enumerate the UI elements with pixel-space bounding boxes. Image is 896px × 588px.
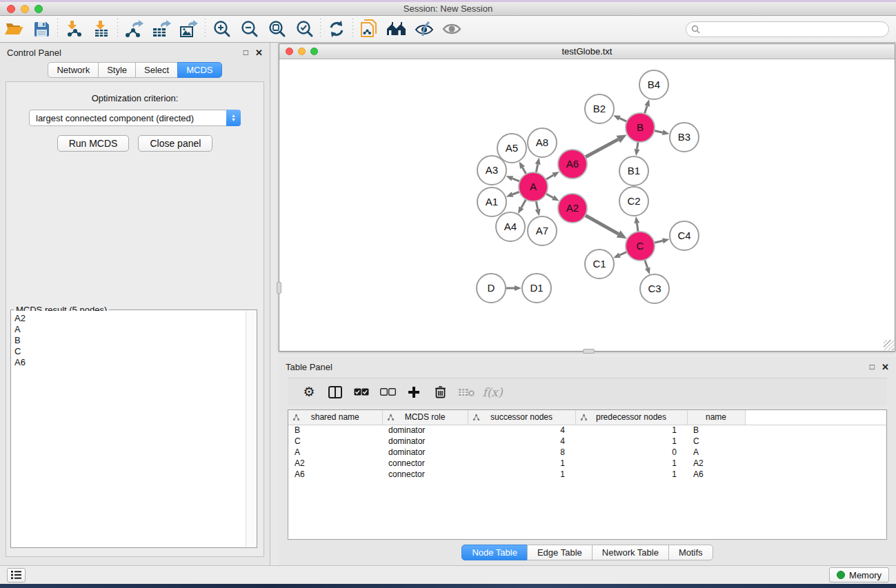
table-row[interactable]: A6connector11A6: [288, 469, 886, 480]
graph-edge[interactable]: [512, 179, 520, 181]
graph-edge[interactable]: [536, 164, 537, 172]
column-header-name[interactable]: name: [687, 410, 745, 425]
splitter-handle-left[interactable]: [277, 282, 281, 294]
zoom-selected-icon[interactable]: [290, 17, 318, 41]
settings-gear-icon[interactable]: ⚙: [297, 382, 321, 403]
graph-node-B[interactable]: B: [626, 113, 655, 142]
network-window-titlebar[interactable]: testGlobe.txt: [279, 44, 895, 59]
table-row[interactable]: Cdominator41C: [288, 436, 886, 447]
zoom-in-icon[interactable]: [208, 17, 235, 41]
graph-edge[interactable]: [585, 139, 618, 157]
graph-edge[interactable]: [637, 223, 638, 232]
graph-edge[interactable]: [521, 199, 526, 207]
graph-node-A2[interactable]: A2: [558, 194, 587, 223]
result-list-item[interactable]: B: [14, 335, 246, 346]
graph-node-A1[interactable]: A1: [477, 187, 506, 216]
home-icon[interactable]: [383, 17, 410, 41]
graph-node-A[interactable]: A: [519, 172, 548, 201]
export-network-icon[interactable]: [120, 17, 148, 41]
refresh-icon[interactable]: [323, 17, 350, 41]
graph-node-C3[interactable]: C3: [640, 274, 669, 303]
float-panel-icon[interactable]: □: [243, 48, 248, 57]
network-canvas[interactable]: AA1A2A3A4A5A6A7A8BB1B2B3B4CC1C2C3C4DD1: [279, 59, 895, 351]
delete-table-icon[interactable]: [455, 382, 478, 403]
table-row[interactable]: Bdominator41B: [288, 425, 886, 436]
graph-node-C4[interactable]: C4: [670, 221, 699, 250]
memory-button[interactable]: Memory: [829, 567, 889, 582]
splitter-handle-bottom[interactable]: [583, 349, 595, 354]
graph-edge[interactable]: [644, 105, 647, 114]
graph-edge[interactable]: [655, 130, 663, 132]
result-list-item[interactable]: A6: [14, 357, 246, 368]
result-list-item[interactable]: C: [14, 346, 246, 357]
float-table-panel-icon[interactable]: □: [870, 363, 875, 371]
graph-edge[interactable]: [619, 252, 627, 255]
tab-motifs[interactable]: Motifs: [668, 545, 713, 560]
graph-node-A3[interactable]: A3: [477, 156, 506, 185]
open-session-icon[interactable]: [0, 17, 28, 41]
save-session-icon[interactable]: [28, 17, 55, 41]
graph-node-C2[interactable]: C2: [619, 187, 648, 216]
tab-network-table[interactable]: Network Table: [592, 545, 669, 560]
zoom-out-icon[interactable]: [235, 17, 263, 41]
graph-edge[interactable]: [619, 118, 627, 121]
close-panel-button[interactable]: Close panel: [138, 135, 212, 152]
table-row[interactable]: Adominator80A: [288, 447, 886, 458]
graph-node-B3[interactable]: B3: [670, 123, 699, 152]
graph-node-D[interactable]: D: [477, 274, 506, 303]
tab-mcds[interactable]: MCDS: [177, 62, 221, 78]
graph-edge[interactable]: [546, 194, 552, 198]
import-table-icon[interactable]: [88, 17, 115, 41]
graph-edge[interactable]: [645, 260, 648, 268]
graph-edge[interactable]: [654, 241, 662, 243]
graph-node-A6[interactable]: A6: [558, 150, 587, 179]
graph-node-A4[interactable]: A4: [496, 212, 525, 241]
zoom-fit-icon[interactable]: [263, 17, 290, 41]
add-column-icon[interactable]: [402, 382, 426, 403]
graph-edge[interactable]: [512, 192, 519, 194]
graph-edge[interactable]: [585, 215, 618, 234]
resize-grip-icon[interactable]: [884, 340, 894, 350]
tab-network[interactable]: Network: [48, 62, 99, 78]
close-table-panel-icon[interactable]: ✕: [882, 363, 889, 372]
result-list-item[interactable]: A: [14, 324, 246, 335]
select-all-checkboxes-icon[interactable]: [350, 382, 373, 403]
graph-node-C[interactable]: C: [626, 232, 655, 261]
export-image-icon[interactable]: [175, 17, 203, 41]
column-header-mcds-role[interactable]: MCDS role: [382, 410, 468, 425]
tab-node-table[interactable]: Node Table: [461, 545, 528, 560]
column-header-predecessor-nodes[interactable]: predecessor nodes: [575, 410, 687, 425]
export-table-icon[interactable]: [148, 17, 175, 41]
result-scrollbar[interactable]: [246, 311, 256, 547]
deselect-all-checkboxes-icon[interactable]: [376, 382, 399, 403]
import-network-icon[interactable]: [60, 17, 88, 41]
graph-edge[interactable]: [536, 201, 537, 210]
graph-node-D1[interactable]: D1: [522, 274, 551, 303]
criterion-dropdown[interactable]: largest connected component (directed) ▲…: [29, 110, 241, 126]
tab-edge-table[interactable]: Edge Table: [527, 545, 593, 560]
hide-panels-eye-icon[interactable]: [410, 17, 438, 41]
show-eye-icon[interactable]: [438, 17, 466, 41]
new-network-from-file-icon[interactable]: [355, 17, 383, 41]
close-panel-icon[interactable]: ✕: [255, 48, 263, 57]
delete-column-icon[interactable]: [428, 382, 452, 403]
mcds-result-list[interactable]: A2ABCA6: [12, 311, 246, 547]
run-mcds-button[interactable]: Run MCDS: [57, 135, 130, 152]
graph-node-A5[interactable]: A5: [497, 134, 526, 163]
split-columns-icon[interactable]: [323, 382, 347, 403]
graph-node-B2[interactable]: B2: [585, 94, 614, 123]
graph-edge[interactable]: [637, 142, 639, 150]
graph-node-A7[interactable]: A7: [528, 216, 557, 245]
table-header-row[interactable]: shared name MCDS role successor nodes pr…: [288, 410, 886, 425]
graph-edge[interactable]: [522, 168, 526, 174]
search-input[interactable]: [686, 21, 889, 37]
task-history-button[interactable]: [7, 568, 26, 582]
tab-style[interactable]: Style: [98, 62, 136, 78]
graph-node-B1[interactable]: B1: [619, 156, 648, 185]
column-header-shared-name[interactable]: shared name: [288, 410, 382, 425]
result-list-item[interactable]: A2: [14, 313, 246, 324]
function-builder-icon[interactable]: f(x): [481, 382, 504, 403]
tab-select[interactable]: Select: [135, 62, 178, 78]
graph-node-B4[interactable]: B4: [639, 70, 668, 99]
graph-node-C1[interactable]: C1: [585, 250, 614, 278]
